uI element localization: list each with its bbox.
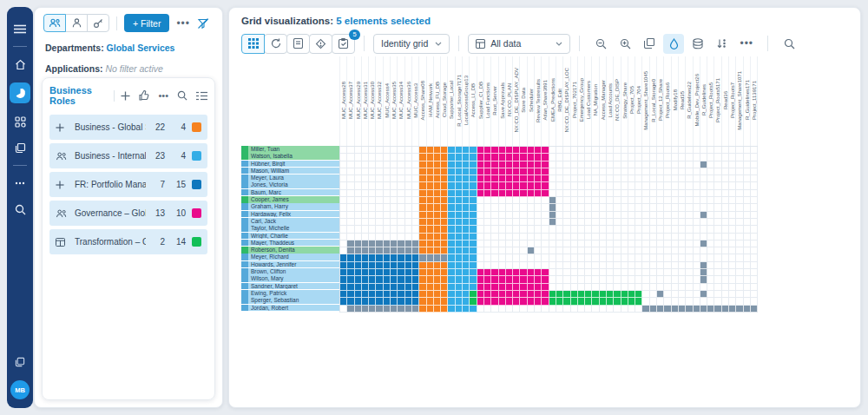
grid-cell[interactable] <box>513 291 520 298</box>
grid-cell[interactable] <box>542 161 549 168</box>
grid-cell[interactable] <box>405 197 412 204</box>
matrix-column-header[interactable]: NA_Migration <box>592 56 599 146</box>
grid-cell[interactable] <box>614 154 621 161</box>
grid-cell[interactable] <box>642 147 649 154</box>
grid-cell[interactable] <box>694 168 700 175</box>
grid-cell[interactable] <box>686 161 693 168</box>
grid-cell[interactable] <box>384 284 391 291</box>
zoom-out-icon[interactable] <box>590 34 611 54</box>
grid-cell[interactable] <box>672 147 679 154</box>
grid-cell[interactable] <box>506 182 513 189</box>
grid-cell[interactable] <box>563 212 570 219</box>
grid-cell[interactable] <box>369 161 376 168</box>
matrix-column-header[interactable]: MUC_Access3 <box>412 56 419 146</box>
grid-cell[interactable] <box>491 298 498 305</box>
grid-cell[interactable] <box>585 306 592 313</box>
grid-cell[interactable] <box>621 240 628 247</box>
grid-cell[interactable] <box>664 262 671 269</box>
grid-cell[interactable] <box>491 190 498 197</box>
grid-cell[interactable] <box>700 247 707 254</box>
grid-cell[interactable] <box>412 284 419 291</box>
grid-cell[interactable] <box>427 226 434 233</box>
grid-cell[interactable] <box>614 276 621 283</box>
grid-cell[interactable] <box>700 204 707 211</box>
grid-cell[interactable] <box>463 219 470 226</box>
grid-cell[interactable] <box>340 291 347 298</box>
grid-cell[interactable] <box>614 306 621 313</box>
grid-cell[interactable] <box>434 197 441 204</box>
grid-cell[interactable] <box>642 175 649 182</box>
grid-cell[interactable] <box>679 240 686 247</box>
grid-cell[interactable] <box>729 269 736 276</box>
data-scope-select[interactable]: All data <box>468 34 570 54</box>
grid-cell[interactable] <box>679 234 686 240</box>
grid-cell[interactable] <box>499 284 506 291</box>
grid-cell[interactable] <box>434 306 441 313</box>
grid-cell[interactable] <box>499 204 506 211</box>
grid-cell[interactable] <box>477 254 484 261</box>
grid-cell[interactable] <box>628 226 635 233</box>
grid-cell[interactable] <box>405 234 412 240</box>
grid-cell[interactable] <box>398 262 404 269</box>
grid-cell[interactable] <box>448 154 455 161</box>
grid-cell[interactable] <box>664 291 671 298</box>
grid-cell[interactable] <box>369 254 376 261</box>
grid-cell[interactable] <box>491 306 498 313</box>
matrix-column-header[interactable]: Read36 <box>722 56 729 146</box>
grid-cell[interactable] <box>722 204 729 211</box>
grid-cell[interactable] <box>456 276 463 283</box>
grid-cell[interactable] <box>513 190 520 197</box>
grid-cell[interactable] <box>376 306 383 313</box>
grid-cell[interactable] <box>714 219 721 226</box>
grid-cell[interactable] <box>398 306 404 313</box>
grid-cell[interactable] <box>484 276 491 283</box>
grid-cell[interactable] <box>499 212 506 219</box>
grid-cell[interactable] <box>384 234 391 240</box>
grid-cell[interactable] <box>412 276 419 283</box>
grid-cell[interactable] <box>736 276 743 283</box>
matrix-row-label[interactable]: Sperger, Sebastian <box>241 297 339 304</box>
grid-cell[interactable] <box>571 247 578 254</box>
grid-cell[interactable] <box>642 240 649 247</box>
grid-cell[interactable] <box>477 212 484 219</box>
grid-cell[interactable] <box>672 284 679 291</box>
grid-cell[interactable] <box>542 168 549 175</box>
grid-cell[interactable] <box>722 219 729 226</box>
grid-cell[interactable] <box>535 175 542 182</box>
grid-cell[interactable] <box>578 234 585 240</box>
grid-cell[interactable] <box>635 154 642 161</box>
matrix-row-label[interactable]: Taylor, Michelle <box>241 225 339 232</box>
grid-cell[interactable] <box>441 291 448 298</box>
grid-cell[interactable] <box>722 212 729 219</box>
grid-cell[interactable] <box>499 219 506 226</box>
grid-cell[interactable] <box>520 298 527 305</box>
grid-cell[interactable] <box>427 182 434 189</box>
grid-cell[interactable] <box>434 219 441 226</box>
grid-cell[interactable] <box>535 219 542 226</box>
grid-cell[interactable] <box>477 269 484 276</box>
grid-cell[interactable] <box>542 212 549 219</box>
grid-cell[interactable] <box>664 284 671 291</box>
grid-cell[interactable] <box>434 175 441 182</box>
grid-cell[interactable] <box>456 168 463 175</box>
grid-cell[interactable] <box>434 212 441 219</box>
matrix-column-header[interactable]: MUC_Access37 <box>347 56 354 146</box>
grid-cell[interactable] <box>679 168 686 175</box>
grid-cell[interactable] <box>621 161 628 168</box>
grid-cell[interactable] <box>441 204 448 211</box>
grid-cell[interactable] <box>614 168 621 175</box>
grid-cell[interactable] <box>722 147 729 154</box>
grid-cell[interactable] <box>650 240 657 247</box>
matrix-column-header[interactable]: Project_12_Share <box>657 56 664 146</box>
grid-cell[interactable] <box>736 234 743 240</box>
grid-cell[interactable] <box>722 291 729 298</box>
grid-cell[interactable] <box>556 161 563 168</box>
grid-cell[interactable] <box>600 154 607 161</box>
grid-cell[interactable] <box>412 234 419 240</box>
grid-cell[interactable] <box>628 276 635 283</box>
roles-more-icon[interactable]: ••• <box>158 90 168 101</box>
grid-cell[interactable] <box>729 254 736 261</box>
grid-cell[interactable] <box>427 168 434 175</box>
grid-cell[interactable] <box>398 269 404 276</box>
grid-cell[interactable] <box>744 247 751 254</box>
